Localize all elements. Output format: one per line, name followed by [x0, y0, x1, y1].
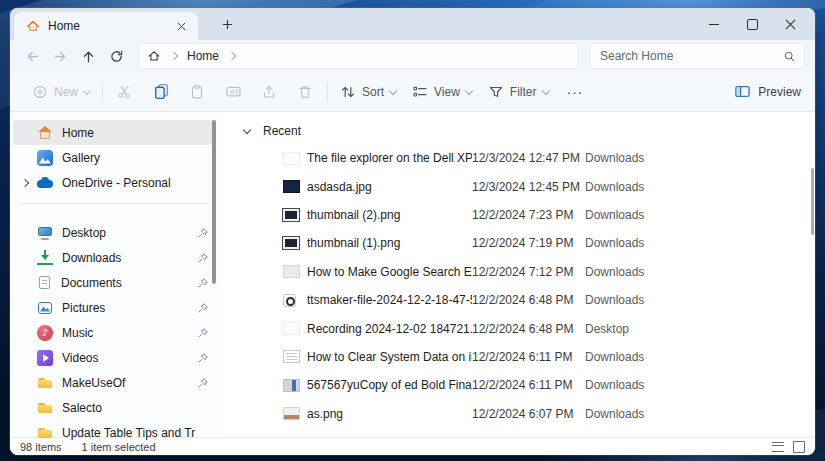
rename-button[interactable]: A [215, 77, 251, 107]
more-options-button[interactable]: ··· [557, 84, 594, 100]
file-location[interactable]: Downloads [585, 407, 815, 421]
share-icon [261, 84, 277, 100]
sidebar-item-update-table-tips-and-tricks-in-wor[interactable]: Update Table Tips and Tricks in Wor [13, 420, 215, 445]
sidebar-item-label: Downloads [62, 251, 195, 265]
forward-button[interactable] [46, 43, 74, 69]
file-location[interactable]: Downloads [585, 208, 815, 222]
sidebar-item-home[interactable]: Home [13, 120, 215, 145]
tab-close-icon[interactable] [172, 17, 190, 35]
up-button[interactable] [74, 43, 102, 69]
file-name[interactable]: Recording 2024-12-02 184721.mp4 [307, 322, 472, 336]
pin-icon [195, 327, 209, 339]
paste-icon [189, 84, 205, 100]
sidebar-item-label: Documents [61, 276, 195, 290]
sidebar-item-music[interactable]: Music [13, 320, 215, 345]
filter-label: Filter [510, 85, 537, 99]
sidebar-item-downloads[interactable]: Downloads [13, 245, 215, 270]
file-name[interactable]: ttsmaker-file-2024-12-2-18-47-55... [307, 293, 472, 307]
file-list-scrollbar[interactable] [811, 168, 814, 235]
copy-button[interactable] [143, 77, 179, 107]
address-bar[interactable]: Home [138, 43, 579, 69]
sidebar-item-desktop[interactable]: Desktop [13, 220, 215, 245]
navigation-bar: Home [10, 40, 815, 72]
file-name[interactable]: How to Make Google Search Engi... [307, 265, 472, 279]
pin-icon [195, 352, 209, 364]
view-button[interactable]: View [404, 77, 480, 107]
file-name[interactable]: How to Clear System Data on iPh... [307, 350, 472, 364]
file-location[interactable]: Downloads [585, 180, 815, 194]
sort-button[interactable]: Sort [332, 77, 404, 107]
file-date: 12/2/2024 7:19 PM [472, 236, 585, 250]
sort-label: Sort [362, 85, 384, 99]
new-button[interactable]: New [24, 77, 98, 107]
details-view-icon[interactable] [772, 442, 784, 452]
breadcrumb-home-icon[interactable] [147, 49, 161, 63]
file-row[interactable]: Recording 2024-12-02 184721.mp4 12/2/202… [218, 314, 815, 342]
sidebar-item-gallery[interactable]: Gallery [13, 145, 215, 170]
preview-button[interactable]: Preview [734, 83, 801, 100]
sidebar-item-onedrive-personal[interactable]: OneDrive - Personal [13, 170, 215, 195]
tab-label: Home [48, 19, 172, 33]
file-thumbnail [283, 265, 300, 278]
breadcrumb-chevron-icon[interactable] [228, 52, 236, 60]
file-row[interactable]: 567567yuCopy of ed Bold Financ... 12/2/2… [218, 371, 815, 399]
delete-button[interactable] [287, 77, 323, 107]
file-location[interactable]: Downloads [585, 151, 815, 165]
file-location[interactable]: Downloads [585, 350, 815, 364]
titlebar[interactable]: Home [10, 8, 815, 40]
file-row[interactable]: ttsmaker-file-2024-12-2-18-47-55... 12/2… [218, 286, 815, 314]
file-name[interactable]: as.png [307, 407, 472, 421]
sidebar-scrollbar[interactable] [212, 120, 216, 284]
cut-icon [117, 84, 133, 100]
share-button[interactable] [251, 77, 287, 107]
sidebar-item-label: Home [62, 126, 195, 140]
expand-chevron-icon[interactable] [13, 180, 37, 186]
file-location[interactable]: Downloads [585, 236, 815, 250]
maximize-button[interactable] [733, 10, 771, 38]
navigation-pane: Home Gallery OneDrive - Personal [10, 112, 218, 437]
sidebar-item-videos[interactable]: Videos [13, 345, 215, 370]
refresh-button[interactable] [102, 43, 130, 69]
file-name[interactable]: The file explorer on the Dell XPS 1... [307, 151, 472, 165]
file-row[interactable]: asdasda.jpg 12/3/2024 12:45 PM Downloads [218, 172, 815, 200]
file-location[interactable]: Downloads [585, 293, 815, 307]
cut-button[interactable] [107, 77, 143, 107]
collapse-chevron-icon[interactable] [243, 126, 251, 134]
sidebar-item-makeuseof[interactable]: MakeUseOf [13, 370, 215, 395]
file-date: 12/2/2024 6:07 PM [472, 407, 585, 421]
search-icon[interactable] [783, 50, 796, 63]
sidebar-item-pictures[interactable]: Pictures [13, 295, 215, 320]
file-location[interactable]: Downloads [585, 265, 815, 279]
file-name[interactable]: 567567yuCopy of ed Bold Financ... [307, 378, 472, 392]
recent-group-header[interactable]: Recent [218, 112, 815, 140]
file-row[interactable]: as.png 12/2/2024 6:07 PM Downloads [218, 400, 815, 428]
file-thumbnail [283, 237, 299, 249]
file-row[interactable]: thumbnail (1).png 12/2/2024 7:19 PM Down… [218, 229, 815, 257]
file-thumbnail [283, 152, 300, 165]
filter-button[interactable]: Filter [480, 77, 557, 107]
large-icons-view-icon[interactable] [793, 441, 805, 453]
search-box[interactable] [589, 43, 805, 69]
toolbar-divider [327, 82, 328, 102]
file-name[interactable]: asdasda.jpg [307, 180, 472, 194]
paste-button[interactable] [179, 77, 215, 107]
minimize-button[interactable] [695, 10, 733, 38]
tab-home[interactable]: Home [14, 12, 198, 40]
file-row[interactable]: How to Make Google Search Engi... 12/2/2… [218, 258, 815, 286]
file-location[interactable]: Desktop [585, 322, 815, 336]
file-name[interactable]: thumbnail (1).png [307, 236, 472, 250]
search-input[interactable] [598, 48, 783, 64]
breadcrumb-root[interactable]: Home [187, 49, 219, 63]
file-location[interactable]: Downloads [585, 378, 815, 392]
close-button[interactable] [771, 10, 809, 38]
file-row[interactable]: thumbnail (2).png 12/2/2024 7:23 PM Down… [218, 201, 815, 229]
file-row[interactable]: The file explorer on the Dell XPS 1... 1… [218, 144, 815, 172]
sidebar-item-salecto[interactable]: Salecto [13, 395, 215, 420]
sidebar-item-documents[interactable]: Documents [13, 270, 215, 295]
file-name[interactable]: thumbnail (2).png [307, 208, 472, 222]
new-tab-button[interactable] [214, 11, 240, 37]
back-button[interactable] [18, 43, 46, 69]
file-row[interactable]: How to Clear System Data on iPh... 12/2/… [218, 343, 815, 371]
folder-icon [37, 425, 53, 441]
trash-icon [297, 84, 313, 100]
